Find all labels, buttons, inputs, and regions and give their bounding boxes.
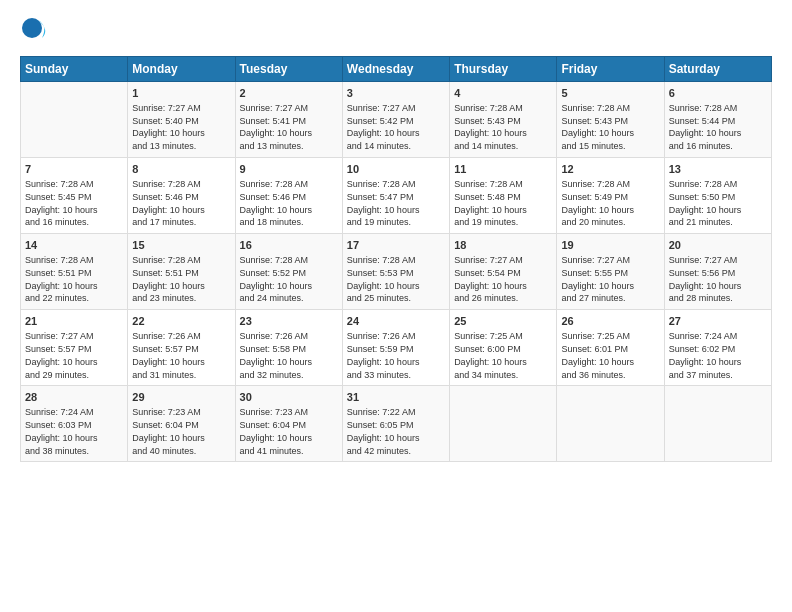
day-number: 16 — [240, 238, 338, 253]
calendar-row-1: 7Sunrise: 7:28 AMSunset: 5:45 PMDaylight… — [21, 158, 772, 234]
sunrise-info: Sunrise: 7:26 AMSunset: 5:59 PMDaylight:… — [347, 331, 420, 379]
calendar-cell: 27Sunrise: 7:24 AMSunset: 6:02 PMDayligh… — [664, 310, 771, 386]
sunrise-info: Sunrise: 7:28 AMSunset: 5:46 PMDaylight:… — [240, 179, 313, 227]
day-number: 20 — [669, 238, 767, 253]
sunrise-info: Sunrise: 7:26 AMSunset: 5:58 PMDaylight:… — [240, 331, 313, 379]
calendar-cell: 1Sunrise: 7:27 AMSunset: 5:40 PMDaylight… — [128, 82, 235, 158]
sunrise-info: Sunrise: 7:25 AMSunset: 6:01 PMDaylight:… — [561, 331, 634, 379]
calendar-cell: 14Sunrise: 7:28 AMSunset: 5:51 PMDayligh… — [21, 234, 128, 310]
sunrise-info: Sunrise: 7:28 AMSunset: 5:53 PMDaylight:… — [347, 255, 420, 303]
day-number: 22 — [132, 314, 230, 329]
calendar-page: SundayMondayTuesdayWednesdayThursdayFrid… — [0, 0, 792, 612]
calendar-cell: 13Sunrise: 7:28 AMSunset: 5:50 PMDayligh… — [664, 158, 771, 234]
sunrise-info: Sunrise: 7:27 AMSunset: 5:40 PMDaylight:… — [132, 103, 205, 151]
day-number: 9 — [240, 162, 338, 177]
day-number: 25 — [454, 314, 552, 329]
calendar-cell: 9Sunrise: 7:28 AMSunset: 5:46 PMDaylight… — [235, 158, 342, 234]
day-number: 1 — [132, 86, 230, 101]
calendar-cell — [664, 386, 771, 462]
day-number: 3 — [347, 86, 445, 101]
header — [20, 16, 772, 46]
day-number: 29 — [132, 390, 230, 405]
weekday-header-saturday: Saturday — [664, 57, 771, 82]
sunrise-info: Sunrise: 7:28 AMSunset: 5:50 PMDaylight:… — [669, 179, 742, 227]
day-number: 21 — [25, 314, 123, 329]
day-number: 27 — [669, 314, 767, 329]
sunrise-info: Sunrise: 7:28 AMSunset: 5:46 PMDaylight:… — [132, 179, 205, 227]
calendar-cell: 10Sunrise: 7:28 AMSunset: 5:47 PMDayligh… — [342, 158, 449, 234]
calendar-cell — [21, 82, 128, 158]
calendar-cell: 3Sunrise: 7:27 AMSunset: 5:42 PMDaylight… — [342, 82, 449, 158]
calendar-cell: 12Sunrise: 7:28 AMSunset: 5:49 PMDayligh… — [557, 158, 664, 234]
calendar-cell: 30Sunrise: 7:23 AMSunset: 6:04 PMDayligh… — [235, 386, 342, 462]
calendar-cell: 5Sunrise: 7:28 AMSunset: 5:43 PMDaylight… — [557, 82, 664, 158]
calendar-row-2: 14Sunrise: 7:28 AMSunset: 5:51 PMDayligh… — [21, 234, 772, 310]
day-number: 7 — [25, 162, 123, 177]
day-number: 26 — [561, 314, 659, 329]
sunrise-info: Sunrise: 7:27 AMSunset: 5:55 PMDaylight:… — [561, 255, 634, 303]
weekday-header-monday: Monday — [128, 57, 235, 82]
logo-icon — [20, 16, 50, 46]
day-number: 6 — [669, 86, 767, 101]
day-number: 24 — [347, 314, 445, 329]
calendar-cell — [450, 386, 557, 462]
calendar-cell: 19Sunrise: 7:27 AMSunset: 5:55 PMDayligh… — [557, 234, 664, 310]
sunrise-info: Sunrise: 7:25 AMSunset: 6:00 PMDaylight:… — [454, 331, 527, 379]
weekday-header-wednesday: Wednesday — [342, 57, 449, 82]
sunrise-info: Sunrise: 7:27 AMSunset: 5:42 PMDaylight:… — [347, 103, 420, 151]
sunrise-info: Sunrise: 7:26 AMSunset: 5:57 PMDaylight:… — [132, 331, 205, 379]
weekday-header-friday: Friday — [557, 57, 664, 82]
sunrise-info: Sunrise: 7:28 AMSunset: 5:48 PMDaylight:… — [454, 179, 527, 227]
day-number: 15 — [132, 238, 230, 253]
sunrise-info: Sunrise: 7:23 AMSunset: 6:04 PMDaylight:… — [240, 407, 313, 455]
day-number: 28 — [25, 390, 123, 405]
sunrise-info: Sunrise: 7:28 AMSunset: 5:49 PMDaylight:… — [561, 179, 634, 227]
calendar-cell: 6Sunrise: 7:28 AMSunset: 5:44 PMDaylight… — [664, 82, 771, 158]
day-number: 2 — [240, 86, 338, 101]
day-number: 12 — [561, 162, 659, 177]
day-number: 4 — [454, 86, 552, 101]
sunrise-info: Sunrise: 7:28 AMSunset: 5:43 PMDaylight:… — [561, 103, 634, 151]
day-number: 14 — [25, 238, 123, 253]
calendar-row-4: 28Sunrise: 7:24 AMSunset: 6:03 PMDayligh… — [21, 386, 772, 462]
calendar-cell: 24Sunrise: 7:26 AMSunset: 5:59 PMDayligh… — [342, 310, 449, 386]
day-number: 11 — [454, 162, 552, 177]
sunrise-info: Sunrise: 7:28 AMSunset: 5:47 PMDaylight:… — [347, 179, 420, 227]
day-number: 23 — [240, 314, 338, 329]
sunrise-info: Sunrise: 7:24 AMSunset: 6:03 PMDaylight:… — [25, 407, 98, 455]
sunrise-info: Sunrise: 7:27 AMSunset: 5:54 PMDaylight:… — [454, 255, 527, 303]
calendar-cell: 16Sunrise: 7:28 AMSunset: 5:52 PMDayligh… — [235, 234, 342, 310]
calendar-cell: 20Sunrise: 7:27 AMSunset: 5:56 PMDayligh… — [664, 234, 771, 310]
calendar-cell: 25Sunrise: 7:25 AMSunset: 6:00 PMDayligh… — [450, 310, 557, 386]
logo — [20, 16, 52, 46]
day-number: 8 — [132, 162, 230, 177]
calendar-cell: 26Sunrise: 7:25 AMSunset: 6:01 PMDayligh… — [557, 310, 664, 386]
day-number: 31 — [347, 390, 445, 405]
calendar-cell: 15Sunrise: 7:28 AMSunset: 5:51 PMDayligh… — [128, 234, 235, 310]
day-number: 30 — [240, 390, 338, 405]
calendar-cell: 2Sunrise: 7:27 AMSunset: 5:41 PMDaylight… — [235, 82, 342, 158]
calendar-cell: 22Sunrise: 7:26 AMSunset: 5:57 PMDayligh… — [128, 310, 235, 386]
sunrise-info: Sunrise: 7:27 AMSunset: 5:56 PMDaylight:… — [669, 255, 742, 303]
calendar-cell: 23Sunrise: 7:26 AMSunset: 5:58 PMDayligh… — [235, 310, 342, 386]
calendar-cell: 18Sunrise: 7:27 AMSunset: 5:54 PMDayligh… — [450, 234, 557, 310]
svg-point-0 — [22, 18, 42, 38]
day-number: 17 — [347, 238, 445, 253]
sunrise-info: Sunrise: 7:28 AMSunset: 5:51 PMDaylight:… — [132, 255, 205, 303]
sunrise-info: Sunrise: 7:28 AMSunset: 5:51 PMDaylight:… — [25, 255, 98, 303]
sunrise-info: Sunrise: 7:23 AMSunset: 6:04 PMDaylight:… — [132, 407, 205, 455]
day-number: 19 — [561, 238, 659, 253]
weekday-header-tuesday: Tuesday — [235, 57, 342, 82]
calendar-cell: 29Sunrise: 7:23 AMSunset: 6:04 PMDayligh… — [128, 386, 235, 462]
day-number: 5 — [561, 86, 659, 101]
weekday-header-thursday: Thursday — [450, 57, 557, 82]
day-number: 13 — [669, 162, 767, 177]
sunrise-info: Sunrise: 7:27 AMSunset: 5:41 PMDaylight:… — [240, 103, 313, 151]
calendar-cell: 8Sunrise: 7:28 AMSunset: 5:46 PMDaylight… — [128, 158, 235, 234]
sunrise-info: Sunrise: 7:28 AMSunset: 5:45 PMDaylight:… — [25, 179, 98, 227]
sunrise-info: Sunrise: 7:28 AMSunset: 5:44 PMDaylight:… — [669, 103, 742, 151]
day-number: 10 — [347, 162, 445, 177]
weekday-header-sunday: Sunday — [21, 57, 128, 82]
sunrise-info: Sunrise: 7:22 AMSunset: 6:05 PMDaylight:… — [347, 407, 420, 455]
calendar-cell: 7Sunrise: 7:28 AMSunset: 5:45 PMDaylight… — [21, 158, 128, 234]
